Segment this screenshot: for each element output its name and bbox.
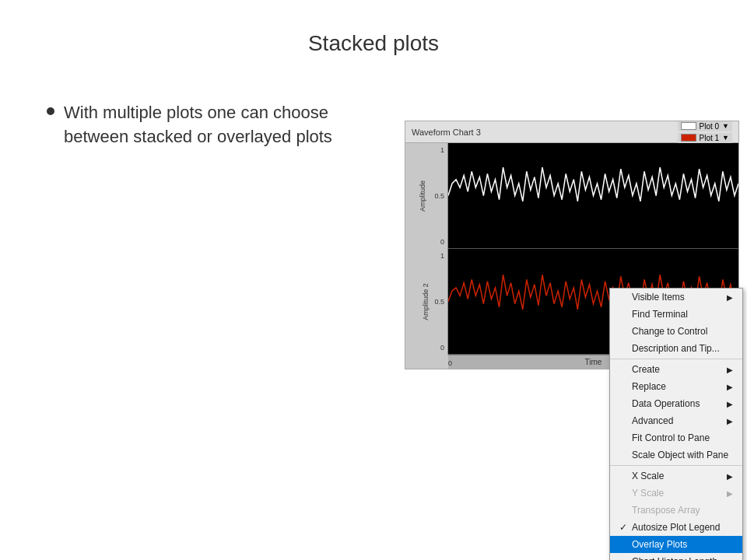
menu-item-autosize-legend[interactable]: ✓Autosize Plot Legend bbox=[610, 519, 742, 536]
x-axis-spacer bbox=[405, 355, 448, 369]
menu-label-create: Create bbox=[632, 364, 727, 375]
menu-label-autosize-legend: Autosize Plot Legend bbox=[632, 522, 733, 533]
content-area: With multiple plots one can choose betwe… bbox=[47, 101, 342, 149]
chart-title: Waveform Chart 3 bbox=[412, 128, 481, 137]
menu-item-create[interactable]: Create▶ bbox=[610, 361, 742, 378]
menu-label-chart-history: Chart History Length... bbox=[632, 556, 733, 560]
menu-arrow-replace: ▶ bbox=[727, 383, 733, 391]
legend-label-0: Plot 0 bbox=[700, 122, 720, 131]
menu-item-scale-object[interactable]: Scale Object with Pane bbox=[610, 446, 742, 464]
menu-label-change-to-control: Change to Control bbox=[632, 326, 733, 337]
menu-item-visible-items[interactable]: Visible Items▶ bbox=[610, 289, 742, 306]
y-axis-title-1: Amplitude bbox=[419, 180, 426, 212]
plot-pane-top[interactable] bbox=[448, 143, 738, 249]
y-label-1-mid: 0.5 bbox=[434, 192, 444, 200]
y-label-2-top: 1 bbox=[440, 252, 444, 260]
menu-item-description-tip[interactable]: Description and Tip... bbox=[610, 340, 742, 357]
menu-arrow-data-operations: ▶ bbox=[727, 400, 733, 408]
menu-item-fit-control[interactable]: Fit Control to Pane bbox=[610, 429, 742, 446]
legend-color-0 bbox=[681, 122, 696, 130]
x-tick-0: 0 bbox=[448, 359, 452, 367]
menu-item-find-terminal[interactable]: Find Terminal bbox=[610, 306, 742, 323]
bullet-text: With multiple plots one can choose betwe… bbox=[64, 101, 342, 149]
legend-label-1: Plot 1 bbox=[700, 134, 720, 142]
chart-header: Waveform Chart 3 Plot 0 ▼ Plot 1 ▼ bbox=[405, 121, 738, 143]
menu-label-scale-object: Scale Object with Pane bbox=[632, 450, 733, 460]
menu-item-change-to-control[interactable]: Change to Control bbox=[610, 323, 742, 340]
menu-item-y-scale: Y Scale▶ bbox=[610, 485, 742, 502]
menu-arrow-y-scale: ▶ bbox=[727, 489, 733, 498]
menu-arrow-visible-items: ▶ bbox=[727, 293, 733, 302]
legend-item-0: Plot 0 ▼ bbox=[678, 121, 733, 131]
menu-label-advanced: Advanced bbox=[632, 415, 727, 426]
legend-dropdown-0[interactable]: ▼ bbox=[722, 122, 729, 130]
menu-label-transpose-array: Transpose Array bbox=[632, 505, 733, 516]
menu-item-replace[interactable]: Replace▶ bbox=[610, 378, 742, 395]
menu-label-description-tip: Description and Tip... bbox=[632, 343, 733, 354]
y-label-1-top: 1 bbox=[440, 146, 444, 154]
waveform-svg-top bbox=[448, 143, 738, 248]
legend-color-1 bbox=[681, 134, 696, 142]
menu-item-chart-history[interactable]: Chart History Length... bbox=[610, 553, 742, 560]
menu-check-autosize-legend: ✓ bbox=[619, 522, 629, 533]
menu-label-data-operations: Data Operations bbox=[632, 398, 727, 409]
menu-separator bbox=[610, 359, 742, 359]
menu-item-advanced[interactable]: Advanced▶ bbox=[610, 412, 742, 429]
y-axis-top: Amplitude 1 0.5 0 bbox=[405, 143, 448, 249]
legend-dropdown-1[interactable]: ▼ bbox=[722, 134, 729, 142]
menu-label-find-terminal: Find Terminal bbox=[632, 309, 733, 320]
menu-arrow-advanced: ▶ bbox=[727, 417, 733, 425]
legend-area: Plot 0 ▼ Plot 1 ▼ bbox=[678, 121, 733, 143]
y-label-2-mid: 0.5 bbox=[434, 298, 444, 306]
y-axis-bottom: Amplitude 2 1 0.5 0 bbox=[405, 249, 448, 355]
menu-item-data-operations[interactable]: Data Operations▶ bbox=[610, 395, 742, 412]
menu-separator bbox=[610, 465, 742, 466]
menu-label-y-scale: Y Scale bbox=[632, 488, 727, 499]
y-label-2-bot: 0 bbox=[440, 344, 444, 352]
y-axis-title-2: Amplitude 2 bbox=[422, 283, 430, 320]
y-label-1-bot: 0 bbox=[440, 238, 444, 246]
menu-label-fit-control: Fit Control to Pane bbox=[632, 432, 733, 443]
menu-item-x-scale[interactable]: X Scale▶ bbox=[610, 467, 742, 485]
menu-arrow-x-scale: ▶ bbox=[727, 472, 733, 481]
context-menu: Visible Items▶Find TerminalChange to Con… bbox=[609, 288, 743, 560]
menu-label-visible-items: Visible Items bbox=[632, 292, 727, 303]
y-axis-container: Amplitude 1 0.5 0 Amplitude 2 1 0.5 0 bbox=[405, 143, 448, 369]
bullet-item: With multiple plots one can choose betwe… bbox=[47, 101, 342, 149]
menu-item-transpose-array: Transpose Array bbox=[610, 502, 742, 519]
menu-label-replace: Replace bbox=[632, 381, 727, 392]
page-title: Stacked plots bbox=[0, 0, 747, 79]
menu-label-x-scale: X Scale bbox=[632, 471, 727, 481]
legend-item-1: Plot 1 ▼ bbox=[678, 133, 733, 143]
menu-item-overlay-plots[interactable]: Overlay Plots bbox=[610, 536, 742, 553]
menu-label-overlay-plots: Overlay Plots bbox=[632, 539, 733, 550]
menu-arrow-create: ▶ bbox=[727, 366, 733, 374]
bullet-dot bbox=[47, 107, 54, 115]
x-axis-label: Time bbox=[585, 358, 602, 366]
